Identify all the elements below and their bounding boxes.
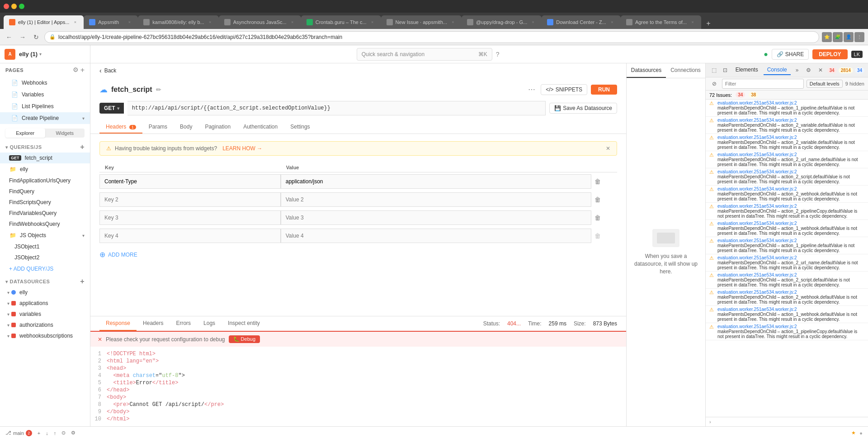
run-button[interactable]: RUN xyxy=(591,85,617,95)
tab-download-center[interactable]: Download Center - Z... × xyxy=(542,15,621,29)
user-profile-icon[interactable]: 👤 xyxy=(844,32,854,42)
response-tab-response[interactable]: Response xyxy=(99,316,137,331)
deploy-bottom-icon[interactable]: ⊙ xyxy=(61,430,66,436)
extensions-icon[interactable]: 🧩 xyxy=(833,32,843,42)
log-link[interactable]: evaluation.worker.251ae534.worker.js:2 xyxy=(717,272,864,277)
add-query-js-button[interactable]: + ADD QUERY/JS xyxy=(0,263,90,275)
log-link[interactable]: evaluation.worker.251ae534.worker.js:2 xyxy=(717,238,864,243)
sidebar-item-variables[interactable]: 📄 Variables xyxy=(0,89,90,100)
log-link[interactable]: evaluation.worker.251ae534.worker.js:2 xyxy=(717,152,864,157)
log-link[interactable]: evaluation.worker.251ae534.worker.js:2 xyxy=(717,186,864,191)
delete-row-1-button[interactable]: 🗑 xyxy=(591,175,604,188)
app-name-dropdown[interactable]: elly (1) ▾ xyxy=(19,51,42,57)
sidebar-item-applications-ds[interactable]: ▾ applications xyxy=(0,298,90,309)
add-query-button[interactable]: + xyxy=(80,143,85,151)
menu-icon[interactable]: ⋮ xyxy=(854,32,864,42)
sidebar-item-js-objects[interactable]: 📁 JS Objects ▾ xyxy=(0,229,90,241)
tab-settings[interactable]: Settings xyxy=(284,121,316,134)
tab-crontab[interactable]: Crontab.guru – The c... × xyxy=(301,15,381,29)
close-warning-button[interactable]: ✕ xyxy=(606,145,610,152)
delete-row-2-button[interactable]: 🗑 xyxy=(591,193,604,206)
sidebar-item-find-webhooks[interactable]: FindWebhooksQuery xyxy=(0,219,90,229)
log-link[interactable]: evaluation.worker.251ae534.worker.js:2 xyxy=(717,221,864,226)
more-options-button[interactable]: ⋯ xyxy=(526,83,537,95)
close-button[interactable] xyxy=(4,4,9,9)
tab-uppy[interactable]: @uppy/drag-drop - G... × xyxy=(462,15,542,29)
settings-icon[interactable]: ⚙ xyxy=(73,66,79,74)
key-input-3[interactable] xyxy=(99,210,281,225)
settings-bottom-icon[interactable]: ⚙ xyxy=(71,430,75,436)
add-datasource-button[interactable]: + xyxy=(80,277,85,286)
tab-kamal[interactable]: kamal0808/elly: elly b... × xyxy=(138,15,218,29)
new-tab-button[interactable]: + xyxy=(703,18,714,29)
log-link[interactable]: evaluation.worker.251ae534.worker.js:2 xyxy=(717,118,864,123)
save-as-datasource-button[interactable]: 💾 Save As Datasource xyxy=(549,103,617,114)
tab-explorer[interactable]: Explorer xyxy=(5,129,45,138)
sidebar-item-webhooks[interactable]: 📄 Webhooks xyxy=(0,77,90,89)
value-input-3[interactable] xyxy=(281,210,591,225)
url-input[interactable] xyxy=(127,101,546,115)
tab-close-button[interactable]: × xyxy=(450,19,456,25)
sidebar-item-jsobject2[interactable]: JSObject2 xyxy=(0,252,90,263)
log-link[interactable]: evaluation.worker.251ae534.worker.js:2 xyxy=(717,135,864,140)
add-more-button[interactable]: ⊕ ADD MORE xyxy=(99,248,617,261)
devtools-more-tabs-icon[interactable]: » xyxy=(793,65,802,75)
help-icon[interactable]: ? xyxy=(496,51,500,58)
method-select[interactable]: GET ▾ xyxy=(99,103,124,114)
tab-close-button[interactable]: × xyxy=(126,19,132,25)
tab-agree[interactable]: Agree to the Terms of... × xyxy=(621,15,701,29)
tab-widgets[interactable]: Widgets xyxy=(45,129,85,138)
tab-new-issue[interactable]: New Issue · appsmith... × xyxy=(381,15,462,29)
log-link[interactable]: evaluation.worker.251ae534.worker.js:2 xyxy=(717,290,864,295)
tab-params[interactable]: Params xyxy=(142,121,174,134)
log-link[interactable]: evaluation.worker.251ae534.worker.js:2 xyxy=(717,204,864,209)
reload-button[interactable]: ↻ xyxy=(31,32,42,43)
delete-row-4-button[interactable]: 🗑 xyxy=(591,229,604,242)
branch-indicator[interactable]: ⎇ main 2 xyxy=(5,430,32,436)
key-input-2[interactable] xyxy=(99,192,281,207)
up-arrow-icon[interactable]: ↑ xyxy=(54,430,57,436)
response-tab-headers[interactable]: Headers xyxy=(137,316,170,331)
sidebar-item-elly-ds[interactable]: ▾ elly xyxy=(0,287,90,298)
delete-row-3-button[interactable]: 🗑 xyxy=(591,211,604,224)
tab-active[interactable]: elly (1) | Editor | Apps... × xyxy=(4,15,84,29)
tab-close-button[interactable]: × xyxy=(207,19,213,25)
value-input-2[interactable] xyxy=(281,192,591,207)
minimize-button[interactable] xyxy=(11,4,17,9)
sidebar-item-authorizations-ds[interactable]: ▾ authorizations xyxy=(0,320,90,330)
back-button[interactable]: ‹ Back xyxy=(90,63,626,78)
response-tab-logs[interactable]: Logs xyxy=(197,316,222,331)
lk-badge[interactable]: LK xyxy=(851,51,863,58)
fullscreen-button[interactable] xyxy=(19,4,24,9)
devtools-tab-elements[interactable]: Elements xyxy=(732,65,762,75)
tab-appsmith[interactable]: Appsmith × xyxy=(84,15,138,29)
forward-nav-button[interactable]: → xyxy=(17,32,28,43)
devtools-filter-input[interactable] xyxy=(722,79,804,89)
bookmark-icon[interactable]: ⭐ xyxy=(822,32,832,42)
value-input-1[interactable] xyxy=(281,174,591,189)
right-tab-connections[interactable]: Connections xyxy=(666,63,705,78)
log-link[interactable]: evaluation.worker.251ae534.worker.js:2 xyxy=(717,255,864,260)
devtools-settings-icon[interactable]: ⚙ xyxy=(804,65,814,75)
sidebar-item-elly[interactable]: 📁 elly xyxy=(0,163,90,175)
sidebar-item-variables-ds[interactable]: ▾ variables xyxy=(0,309,90,320)
sidebar-item-create-pipeline[interactable]: 📄 Create Pipeline ▾ xyxy=(0,112,90,124)
address-bar[interactable]: 🔒 localhost/app/elly-1/create-pipeline-6… xyxy=(44,31,819,43)
value-input-4[interactable] xyxy=(281,229,591,243)
add-page-button[interactable]: + xyxy=(80,66,85,74)
tab-authentication[interactable]: Authentication xyxy=(237,121,284,134)
sidebar-item-find-variables[interactable]: FindVariablesQuery xyxy=(0,208,90,219)
tab-close-button[interactable]: × xyxy=(369,19,376,25)
back-nav-button[interactable]: ← xyxy=(4,32,14,43)
log-link[interactable]: evaluation.worker.251ae534.worker.js:2 xyxy=(717,100,864,105)
response-tab-inspect[interactable]: Inspect entity xyxy=(222,316,266,331)
sidebar-item-find-app-urls[interactable]: FindApplicationUrlsQuery xyxy=(0,175,90,186)
sidebar-item-find-scripts[interactable]: FindScriptsQuery xyxy=(0,197,90,208)
add-page-bottom-button[interactable]: + xyxy=(38,430,40,436)
down-arrow-icon[interactable]: ↓ xyxy=(46,430,48,436)
response-tab-errors[interactable]: Errors xyxy=(170,316,197,331)
learn-how-link[interactable]: LEARN HOW → xyxy=(222,145,262,152)
tab-close-button[interactable]: × xyxy=(689,19,696,25)
sidebar-item-find-query[interactable]: FindQuery xyxy=(0,186,90,197)
log-link[interactable]: evaluation.worker.251ae534.worker.js:2 xyxy=(717,169,864,174)
